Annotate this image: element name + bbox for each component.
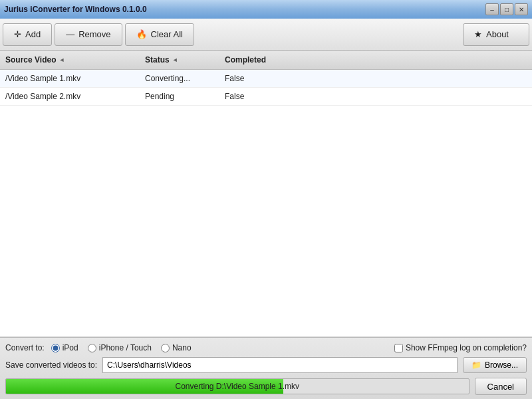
clearall-icon: 🔥 — [136, 29, 147, 39]
radio-iphone[interactable]: iPhone / Touch — [88, 343, 152, 352]
cancel-button[interactable]: Cancel — [475, 378, 527, 395]
about-button[interactable]: ★ About — [463, 23, 529, 46]
remove-button[interactable]: — Remove — [55, 23, 122, 46]
radio-nano[interactable]: Nano — [161, 343, 192, 352]
minimize-button[interactable]: – — [485, 3, 499, 15]
table-row[interactable]: /Video Sample 1.mkv Converting... False — [0, 70, 532, 88]
clearall-button[interactable]: 🔥 Clear All — [125, 23, 194, 46]
ffmpeg-label: Show FFmpeg log on completion? — [406, 343, 527, 352]
remove-icon: — — [66, 29, 74, 39]
title-bar-title: Jurius iConverter for Windows 0.1.0.0 — [4, 5, 147, 14]
main-content: ✛ Add — Remove 🔥 Clear All ★ About Sourc… — [0, 19, 532, 399]
col-status-label: Status — [145, 55, 170, 65]
cancel-label: Cancel — [487, 382, 514, 392]
browse-label: Browse... — [485, 360, 518, 370]
cell-status-1: Converting... — [140, 71, 219, 86]
convert-to-row: Convert to: iPod iPhone / Touch Nano Sho… — [5, 343, 527, 352]
save-to-row: Save converted videos to: 📁 Browse... — [5, 357, 527, 373]
col-status-arrow: ◄ — [172, 57, 178, 63]
table-row[interactable]: /Video Sample 2.mkv Pending False — [0, 88, 532, 106]
radio-ipod-input[interactable] — [51, 344, 60, 352]
col-source-arrow: ◄ — [59, 57, 65, 63]
browse-icon: 📁 — [471, 360, 481, 370]
title-bar: Jurius iConverter for Windows 0.1.0.0 – … — [0, 0, 532, 19]
title-bar-controls: – □ ✕ — [485, 3, 528, 15]
file-table: Source Video ◄ Status ◄ Completed /Video… — [0, 51, 532, 106]
add-icon: ✛ — [14, 29, 21, 39]
close-button[interactable]: ✕ — [515, 3, 528, 15]
radio-iphone-input[interactable] — [88, 344, 96, 352]
radio-ipod-label: iPod — [63, 343, 78, 352]
radio-ipod[interactable]: iPod — [51, 343, 78, 352]
browse-button[interactable]: 📁 Browse... — [463, 357, 527, 373]
about-label: About — [486, 29, 509, 39]
col-header-status[interactable]: Status ◄ — [140, 53, 219, 66]
cell-source-1: /Video Sample 1.mkv — [0, 71, 140, 86]
progress-label: Converting D:\Video Sample 1.mkv — [175, 382, 299, 391]
convert-to-label: Convert to: — [5, 343, 45, 352]
radio-nano-label: Nano — [172, 343, 192, 352]
col-header-source[interactable]: Source Video ◄ — [0, 53, 140, 66]
middle-section: Source Video ◄ Status ◄ Completed /Video… — [0, 51, 532, 337]
device-radio-group: iPod iPhone / Touch Nano — [51, 343, 192, 352]
toolbar: ✛ Add — Remove 🔥 Clear All ★ About — [0, 19, 532, 51]
col-header-completed[interactable]: Completed — [219, 53, 299, 66]
save-to-label: Save converted videos to: — [5, 360, 97, 370]
add-label: Add — [25, 29, 41, 39]
progress-bar-container: Converting D:\Video Sample 1.mkv — [5, 378, 469, 394]
clearall-label: Clear All — [151, 29, 183, 39]
progress-row: Converting D:\Video Sample 1.mkv Cancel — [5, 378, 527, 395]
col-source-label: Source Video — [5, 55, 56, 65]
about-icon: ★ — [474, 29, 482, 39]
col-completed-label: Completed — [225, 55, 266, 65]
cell-completed-2: False — [219, 89, 299, 104]
add-button[interactable]: ✛ Add — [3, 23, 52, 46]
cell-status-2: Pending — [140, 89, 219, 104]
cell-source-2: /Video Sample 2.mkv — [0, 89, 140, 104]
save-path-input[interactable] — [102, 357, 458, 373]
remove-label: Remove — [78, 29, 110, 39]
ffmpeg-check-row: Show FFmpeg log on completion? — [394, 343, 527, 352]
ffmpeg-checkbox[interactable] — [394, 344, 403, 352]
radio-nano-input[interactable] — [161, 344, 170, 352]
radio-iphone-label: iPhone / Touch — [99, 343, 152, 352]
table-header: Source Video ◄ Status ◄ Completed — [0, 51, 532, 70]
bottom-panel: Convert to: iPod iPhone / Touch Nano Sho… — [0, 337, 532, 399]
cell-completed-1: False — [219, 71, 299, 86]
maximize-button[interactable]: □ — [500, 3, 513, 15]
